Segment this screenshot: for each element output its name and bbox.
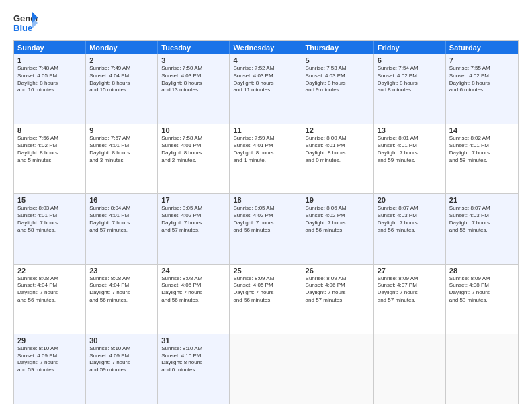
day-cell-13: 13Sunrise: 8:01 AMSunset: 4:01 PMDayligh… — [374, 124, 446, 193]
cell-info-line: Daylight: 7 hours — [89, 359, 154, 367]
cell-info-line: Sunset: 4:09 PM — [89, 353, 154, 360]
day-number: 30 — [89, 336, 154, 345]
day-number: 21 — [449, 196, 515, 204]
cell-info-line: Sunrise: 8:08 AM — [89, 275, 154, 283]
cell-info-line: Sunrise: 8:07 AM — [378, 205, 442, 212]
cell-info-line: Sunset: 4:02 PM — [161, 212, 226, 220]
cell-info-line: Sunrise: 8:06 AM — [306, 205, 370, 212]
day-number: 18 — [233, 196, 298, 204]
day-cell-2: 2Sunrise: 7:49 AMSunset: 4:04 PMDaylight… — [86, 54, 158, 124]
calendar-week-1: 1Sunrise: 7:48 AMSunset: 4:05 PMDaylight… — [14, 54, 518, 124]
day-cell-5: 5Sunrise: 7:53 AMSunset: 4:03 PMDaylight… — [302, 54, 374, 124]
day-number: 11 — [233, 126, 298, 134]
empty-cell — [374, 334, 446, 404]
calendar-header: SundayMondayTuesdayWednesdayThursdayFrid… — [14, 41, 518, 54]
cell-info-line: Sunrise: 7:48 AM — [17, 65, 82, 73]
cell-info-line: Daylight: 7 hours — [378, 220, 442, 227]
cell-info-line: and 9 minutes. — [306, 87, 370, 94]
cell-info-line: Daylight: 7 hours — [378, 150, 442, 157]
day-cell-3: 3Sunrise: 7:50 AMSunset: 4:03 PMDaylight… — [158, 54, 230, 124]
day-number: 31 — [161, 336, 226, 345]
cell-info-line: Daylight: 7 hours — [89, 220, 154, 227]
cell-info-line: and 56 minutes. — [378, 227, 442, 234]
cell-info-line: and 56 minutes. — [233, 297, 298, 304]
day-number: 6 — [378, 56, 442, 64]
day-cell-11: 11Sunrise: 7:59 AMSunset: 4:01 PMDayligh… — [230, 124, 302, 193]
cell-info-line: Sunset: 4:03 PM — [233, 73, 298, 80]
cell-info-line: Daylight: 8 hours — [233, 80, 298, 87]
day-cell-28: 28Sunrise: 8:09 AMSunset: 4:08 PMDayligh… — [446, 265, 518, 334]
day-number: 15 — [17, 196, 82, 204]
day-cell-18: 18Sunrise: 8:05 AMSunset: 4:02 PMDayligh… — [230, 194, 302, 263]
cell-info-line: Sunset: 4:04 PM — [89, 73, 154, 80]
cell-info-line: Sunrise: 7:54 AM — [378, 65, 442, 73]
cell-info-line: Sunrise: 8:03 AM — [17, 205, 82, 212]
cell-info-line: Sunrise: 8:01 AM — [378, 135, 442, 142]
cell-info-line: and 57 minutes. — [89, 227, 154, 234]
cell-info-line: Sunset: 4:04 PM — [89, 282, 154, 289]
cell-info-line: Daylight: 8 hours — [161, 359, 226, 367]
day-cell-30: 30Sunrise: 8:10 AMSunset: 4:09 PMDayligh… — [86, 334, 158, 404]
cell-info-line: Sunrise: 8:09 AM — [233, 275, 298, 283]
header-day-friday: Friday — [374, 41, 446, 54]
cell-info-line: and 59 minutes. — [17, 367, 82, 374]
day-cell-21: 21Sunrise: 8:07 AMSunset: 4:03 PMDayligh… — [446, 194, 518, 263]
header: General Blue — [13, 11, 519, 35]
day-number: 13 — [378, 126, 442, 134]
cell-info-line: Sunset: 4:10 PM — [161, 353, 226, 360]
day-cell-22: 22Sunrise: 8:08 AMSunset: 4:04 PMDayligh… — [14, 265, 86, 334]
cell-info-line: Sunrise: 7:49 AM — [89, 65, 154, 73]
cell-info-line: Sunrise: 7:56 AM — [17, 135, 82, 142]
day-number: 8 — [17, 126, 82, 134]
cell-info-line: Sunrise: 7:52 AM — [233, 65, 298, 73]
day-number: 7 — [449, 56, 515, 64]
logo-icon: General Blue — [13, 11, 38, 35]
cell-info-line: Sunrise: 8:04 AM — [89, 205, 154, 212]
cell-info-line: Sunset: 4:02 PM — [17, 142, 82, 150]
day-cell-23: 23Sunrise: 8:08 AMSunset: 4:04 PMDayligh… — [86, 265, 158, 334]
cell-info-line: Daylight: 8 hours — [17, 80, 82, 87]
cell-info-line: and 56 minutes. — [233, 227, 298, 234]
day-number: 12 — [306, 126, 370, 134]
cell-info-line: Daylight: 7 hours — [17, 220, 82, 227]
cell-info-line: Sunrise: 8:09 AM — [306, 275, 370, 283]
cell-info-line: and 57 minutes. — [161, 227, 226, 234]
cell-info-line: Daylight: 8 hours — [17, 150, 82, 157]
day-number: 5 — [306, 56, 370, 64]
cell-info-line: Daylight: 8 hours — [378, 80, 442, 87]
cell-info-line: Sunset: 4:01 PM — [449, 142, 515, 150]
cell-info-line: and 56 minutes. — [89, 297, 154, 304]
empty-cell — [302, 334, 374, 404]
day-cell-15: 15Sunrise: 8:03 AMSunset: 4:01 PMDayligh… — [14, 194, 86, 263]
cell-info-line: Sunset: 4:01 PM — [89, 142, 154, 150]
day-number: 17 — [161, 196, 226, 204]
cell-info-line: Sunset: 4:01 PM — [161, 142, 226, 150]
cell-info-line: and 5 minutes. — [17, 157, 82, 165]
logo: General Blue — [13, 11, 40, 35]
day-number: 28 — [449, 267, 515, 275]
cell-info-line: Sunset: 4:03 PM — [306, 73, 370, 80]
day-number: 4 — [233, 56, 298, 64]
cell-info-line: Sunset: 4:05 PM — [17, 73, 82, 80]
cell-info-line: Daylight: 8 hours — [89, 150, 154, 157]
cell-info-line: Sunset: 4:07 PM — [378, 282, 442, 289]
cell-info-line: Sunrise: 7:55 AM — [449, 65, 515, 73]
cell-info-line: Sunrise: 7:50 AM — [161, 65, 226, 73]
day-number: 10 — [161, 126, 226, 134]
cell-info-line: and 58 minutes. — [449, 297, 515, 304]
cell-info-line: Sunset: 4:03 PM — [449, 212, 515, 220]
cell-info-line: and 0 minutes. — [161, 367, 226, 374]
cell-info-line: and 16 minutes. — [17, 87, 82, 94]
cell-info-line: Daylight: 7 hours — [449, 220, 515, 227]
cell-info-line: Sunrise: 8:10 AM — [161, 345, 226, 353]
day-cell-27: 27Sunrise: 8:09 AMSunset: 4:07 PMDayligh… — [374, 265, 446, 334]
day-number: 29 — [17, 336, 82, 345]
cell-info-line: Sunrise: 8:00 AM — [306, 135, 370, 142]
day-number: 2 — [89, 56, 154, 64]
cell-info-line: and 1 minute. — [233, 157, 298, 165]
calendar-body: 1Sunrise: 7:48 AMSunset: 4:05 PMDaylight… — [14, 54, 518, 404]
day-cell-16: 16Sunrise: 8:04 AMSunset: 4:01 PMDayligh… — [86, 194, 158, 263]
cell-info-line: Sunrise: 7:57 AM — [89, 135, 154, 142]
cell-info-line: Sunset: 4:01 PM — [89, 212, 154, 220]
cell-info-line: and 8 minutes. — [378, 87, 442, 94]
